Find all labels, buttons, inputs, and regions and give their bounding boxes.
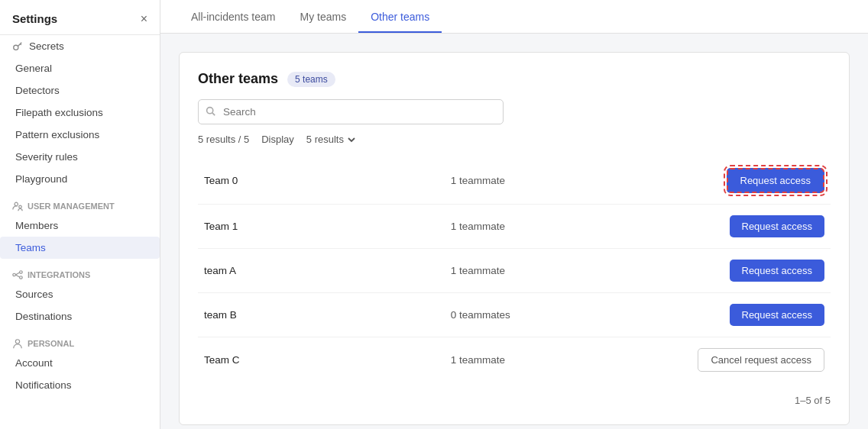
sidebar-item-playground[interactable]: Playground bbox=[0, 168, 160, 190]
tab-other-teams[interactable]: Other teams bbox=[358, 0, 442, 33]
content-area: Other teams 5 teams 5 results / 5 Displa… bbox=[160, 34, 868, 429]
sidebar: Settings × Secrets General Detectors Fil… bbox=[0, 0, 160, 429]
teams-table: Team 0 1 teammate Request access Team 1 … bbox=[198, 157, 831, 382]
section-user-management: User management bbox=[0, 190, 160, 214]
section-title: Other teams bbox=[198, 71, 278, 87]
sidebar-item-notifications-label: Notifications bbox=[15, 379, 72, 391]
sidebar-item-members-label: Members bbox=[15, 220, 58, 231]
section-personal: Personal bbox=[0, 327, 160, 352]
team-action: Request access bbox=[691, 249, 831, 293]
tab-my-teams[interactable]: My teams bbox=[288, 0, 359, 33]
team-members: 1 teammate bbox=[445, 157, 692, 205]
sidebar-item-notifications[interactable]: Notifications bbox=[0, 374, 160, 396]
request-access-button[interactable]: Request access bbox=[730, 260, 825, 282]
svg-point-6 bbox=[20, 271, 23, 274]
svg-line-2 bbox=[21, 44, 21, 44]
table-row: Team 1 1 teammate Request access bbox=[198, 205, 831, 249]
person-icon bbox=[12, 338, 23, 349]
sidebar-item-sources-label: Sources bbox=[15, 289, 53, 300]
section-header: Other teams 5 teams bbox=[198, 71, 831, 87]
request-access-button[interactable]: Request access bbox=[727, 168, 825, 193]
svg-point-10 bbox=[15, 340, 19, 344]
sidebar-item-severity-label: Severity rules bbox=[15, 151, 78, 163]
main-content: All-incidents team My teams Other teams … bbox=[160, 0, 868, 429]
sidebar-close-button[interactable]: × bbox=[141, 13, 147, 25]
display-label: Display bbox=[261, 134, 294, 145]
sidebar-item-account-label: Account bbox=[15, 357, 53, 369]
svg-point-5 bbox=[13, 273, 16, 276]
users-icon bbox=[12, 201, 23, 211]
sidebar-item-detectors[interactable]: Detectors bbox=[0, 79, 160, 102]
search-input[interactable] bbox=[198, 99, 504, 124]
sidebar-item-secrets[interactable]: Secrets bbox=[0, 35, 160, 57]
sidebar-item-teams[interactable]: Teams bbox=[0, 237, 160, 259]
sidebar-item-playground-label: Playground bbox=[15, 173, 67, 185]
sidebar-item-filepath-label: Filepath exclusions bbox=[15, 107, 103, 118]
sidebar-header: Settings × bbox=[0, 0, 160, 35]
section-integrations: Integrations bbox=[0, 259, 160, 283]
sidebar-item-detectors-label: Detectors bbox=[15, 85, 60, 96]
request-access-button[interactable]: Request access bbox=[730, 215, 825, 237]
sidebar-item-general-label: General bbox=[15, 63, 52, 74]
sidebar-item-secrets-label: Secrets bbox=[29, 40, 64, 52]
sidebar-item-members[interactable]: Members bbox=[0, 214, 160, 237]
team-name: Team C bbox=[198, 337, 445, 383]
team-members: 0 teammates bbox=[445, 293, 692, 337]
sidebar-item-sources[interactable]: Sources bbox=[0, 283, 160, 305]
team-name: team A bbox=[198, 249, 445, 293]
chevron-down-icon bbox=[347, 135, 356, 144]
sidebar-item-pattern-label: Pattern exclusions bbox=[15, 129, 99, 140]
display-dropdown[interactable]: 5 results bbox=[306, 134, 356, 145]
integrations-icon bbox=[12, 269, 23, 280]
svg-line-8 bbox=[15, 273, 19, 275]
team-action: Request access bbox=[691, 157, 831, 205]
team-members: 1 teammate bbox=[445, 249, 692, 293]
display-value: 5 results bbox=[306, 134, 344, 145]
svg-line-9 bbox=[15, 275, 19, 277]
team-name: team B bbox=[198, 293, 445, 337]
sidebar-item-filepath-exclusions[interactable]: Filepath exclusions bbox=[0, 102, 160, 124]
team-members: 1 teammate bbox=[445, 337, 692, 383]
table-row: Team 0 1 teammate Request access bbox=[198, 157, 831, 205]
pagination-text: 1–5 of 5 bbox=[795, 395, 831, 406]
team-action: Cancel request access bbox=[691, 337, 831, 383]
team-action: Request access bbox=[691, 205, 831, 249]
table-row: Team C 1 teammate Cancel request access bbox=[198, 337, 831, 383]
sidebar-item-destinations[interactable]: Destinations bbox=[0, 305, 160, 327]
table-row: team B 0 teammates Request access bbox=[198, 293, 831, 337]
tabs-bar: All-incidents team My teams Other teams bbox=[160, 0, 868, 34]
search-bar bbox=[198, 99, 831, 124]
teams-card: Other teams 5 teams 5 results / 5 Displa… bbox=[179, 52, 850, 425]
sidebar-item-pattern-exclusions[interactable]: Pattern exclusions bbox=[0, 124, 160, 146]
team-name: Team 1 bbox=[198, 205, 445, 249]
team-action: Request access bbox=[691, 293, 831, 337]
request-access-button[interactable]: Request access bbox=[730, 304, 825, 326]
results-bar: 5 results / 5 Display 5 results bbox=[198, 134, 831, 145]
cancel-request-button[interactable]: Cancel request access bbox=[698, 348, 824, 372]
team-members: 1 teammate bbox=[445, 205, 692, 249]
key-icon bbox=[12, 41, 23, 52]
teams-count-badge: 5 teams bbox=[287, 72, 335, 87]
svg-point-7 bbox=[20, 276, 23, 279]
sidebar-item-general[interactable]: General bbox=[0, 57, 160, 79]
svg-point-11 bbox=[207, 107, 213, 113]
table-row: team A 1 teammate Request access bbox=[198, 249, 831, 293]
sidebar-item-account[interactable]: Account bbox=[0, 352, 160, 374]
sidebar-title: Settings bbox=[12, 12, 57, 25]
svg-point-0 bbox=[14, 45, 18, 50]
sidebar-item-destinations-label: Destinations bbox=[15, 311, 72, 322]
svg-line-12 bbox=[212, 112, 215, 115]
svg-point-4 bbox=[19, 205, 22, 208]
svg-point-3 bbox=[15, 202, 18, 205]
tab-all-incidents[interactable]: All-incidents team bbox=[179, 0, 288, 33]
results-count: 5 results / 5 bbox=[198, 134, 249, 145]
sidebar-item-teams-label: Teams bbox=[15, 242, 46, 253]
team-name: Team 0 bbox=[198, 157, 445, 205]
search-icon bbox=[206, 106, 215, 118]
pagination: 1–5 of 5 bbox=[198, 389, 831, 406]
sidebar-item-severity-rules[interactable]: Severity rules bbox=[0, 146, 160, 168]
